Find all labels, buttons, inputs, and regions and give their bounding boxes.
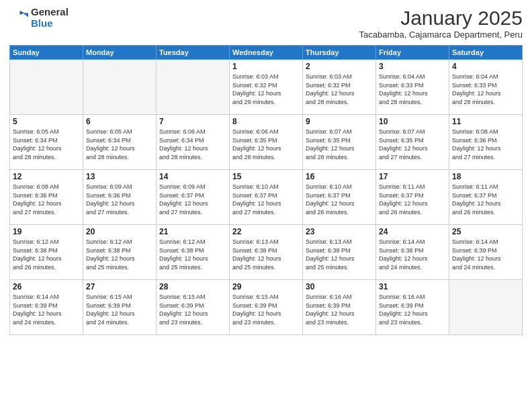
calendar-cell: 27Sunrise: 6:15 AM Sunset: 6:39 PM Dayli… [83,280,157,335]
day-info: Sunrise: 6:09 AM Sunset: 6:36 PM Dayligh… [86,183,153,216]
weekday-header: Tuesday [157,46,230,60]
calendar-cell: 4Sunrise: 6:04 AM Sunset: 6:33 PM Daylig… [449,60,523,115]
month-title: January 2025 [359,7,523,30]
weekday-header: Friday [376,46,449,60]
day-info: Sunrise: 6:13 AM Sunset: 6:38 PM Dayligh… [232,238,300,271]
day-number: 1 [232,62,300,71]
day-number: 31 [379,282,446,291]
day-number: 20 [86,227,153,236]
day-info: Sunrise: 6:09 AM Sunset: 6:37 PM Dayligh… [159,183,226,216]
day-info: Sunrise: 6:12 AM Sunset: 6:38 PM Dayligh… [159,238,226,271]
day-info: Sunrise: 6:04 AM Sunset: 6:33 PM Dayligh… [379,73,446,106]
weekday-header: Sunday [10,46,83,60]
day-info: Sunrise: 6:15 AM Sunset: 6:39 PM Dayligh… [232,293,300,326]
calendar-cell: 10Sunrise: 6:07 AM Sunset: 6:35 PM Dayli… [376,115,449,170]
day-info: Sunrise: 6:12 AM Sunset: 6:38 PM Dayligh… [86,238,153,271]
calendar-week-row: 19Sunrise: 6:12 AM Sunset: 6:38 PM Dayli… [10,225,523,280]
logo-blue: Blue [31,18,69,30]
day-info: Sunrise: 6:10 AM Sunset: 6:37 PM Dayligh… [232,183,300,216]
calendar-cell: 24Sunrise: 6:14 AM Sunset: 6:38 PM Dayli… [376,225,449,280]
weekday-header: Thursday [303,46,376,60]
weekday-header: Saturday [449,46,523,60]
calendar-cell: 21Sunrise: 6:12 AM Sunset: 6:38 PM Dayli… [157,225,230,280]
day-info: Sunrise: 6:10 AM Sunset: 6:37 PM Dayligh… [306,183,373,216]
calendar-cell [10,60,83,115]
weekday-header: Monday [83,46,157,60]
calendar-week-row: 26Sunrise: 6:14 AM Sunset: 6:39 PM Dayli… [10,280,523,335]
day-number: 9 [306,117,373,126]
calendar-cell: 8Sunrise: 6:06 AM Sunset: 6:35 PM Daylig… [230,115,303,170]
day-info: Sunrise: 6:08 AM Sunset: 6:36 PM Dayligh… [452,128,519,161]
day-info: Sunrise: 6:12 AM Sunset: 6:38 PM Dayligh… [13,238,80,271]
calendar-table: SundayMondayTuesdayWednesdayThursdayFrid… [9,45,523,335]
header: General Blue January 2025 Tacabamba, Caj… [9,7,523,40]
day-info: Sunrise: 6:05 AM Sunset: 6:34 PM Dayligh… [86,128,153,161]
calendar-cell: 12Sunrise: 6:08 AM Sunset: 6:36 PM Dayli… [10,170,83,225]
day-number: 14 [159,172,226,181]
logo-text: General Blue [31,7,69,29]
day-number: 19 [13,227,80,236]
day-number: 15 [232,172,300,181]
day-number: 16 [306,172,373,181]
weekday-header: Wednesday [230,46,303,60]
day-info: Sunrise: 6:03 AM Sunset: 6:32 PM Dayligh… [306,73,373,106]
day-number: 8 [232,117,300,126]
day-number: 6 [86,117,153,126]
calendar-cell: 1Sunrise: 6:03 AM Sunset: 6:32 PM Daylig… [230,60,303,115]
day-info: Sunrise: 6:07 AM Sunset: 6:35 PM Dayligh… [306,128,373,161]
calendar-cell: 13Sunrise: 6:09 AM Sunset: 6:36 PM Dayli… [83,170,157,225]
day-info: Sunrise: 6:08 AM Sunset: 6:36 PM Dayligh… [13,183,80,216]
calendar-cell: 6Sunrise: 6:05 AM Sunset: 6:34 PM Daylig… [83,115,157,170]
day-number: 4 [452,62,519,71]
day-info: Sunrise: 6:11 AM Sunset: 6:37 PM Dayligh… [452,183,519,216]
day-number: 27 [86,282,153,291]
day-number: 7 [159,117,226,126]
day-number: 18 [452,172,519,181]
calendar-cell: 26Sunrise: 6:14 AM Sunset: 6:39 PM Dayli… [10,280,83,335]
day-info: Sunrise: 6:03 AM Sunset: 6:32 PM Dayligh… [232,73,300,106]
logo-general: General [31,7,69,18]
calendar-cell: 20Sunrise: 6:12 AM Sunset: 6:38 PM Dayli… [83,225,157,280]
day-number: 23 [306,227,373,236]
day-info: Sunrise: 6:16 AM Sunset: 6:39 PM Dayligh… [379,293,446,326]
calendar-cell: 18Sunrise: 6:11 AM Sunset: 6:37 PM Dayli… [449,170,523,225]
day-number: 5 [13,117,80,126]
day-info: Sunrise: 6:14 AM Sunset: 6:38 PM Dayligh… [379,238,446,271]
page: General Blue January 2025 Tacabamba, Caj… [0,0,532,411]
day-info: Sunrise: 6:15 AM Sunset: 6:39 PM Dayligh… [159,293,226,326]
calendar-cell: 25Sunrise: 6:14 AM Sunset: 6:39 PM Dayli… [449,225,523,280]
day-info: Sunrise: 6:11 AM Sunset: 6:37 PM Dayligh… [379,183,446,216]
calendar-cell: 31Sunrise: 6:16 AM Sunset: 6:39 PM Dayli… [376,280,449,335]
calendar-cell: 19Sunrise: 6:12 AM Sunset: 6:38 PM Dayli… [10,225,83,280]
day-number: 13 [86,172,153,181]
calendar-week-row: 5Sunrise: 6:05 AM Sunset: 6:34 PM Daylig… [10,115,523,170]
day-number: 17 [379,172,446,181]
calendar-cell: 30Sunrise: 6:16 AM Sunset: 6:39 PM Dayli… [303,280,376,335]
day-number: 2 [306,62,373,71]
calendar-cell: 22Sunrise: 6:13 AM Sunset: 6:38 PM Dayli… [230,225,303,280]
svg-rect-0 [9,9,28,28]
day-info: Sunrise: 6:07 AM Sunset: 6:35 PM Dayligh… [379,128,446,161]
logo-icon [9,9,28,28]
day-info: Sunrise: 6:05 AM Sunset: 6:34 PM Dayligh… [13,128,80,161]
day-number: 26 [13,282,80,291]
day-info: Sunrise: 6:14 AM Sunset: 6:39 PM Dayligh… [13,293,80,326]
calendar-cell: 7Sunrise: 6:06 AM Sunset: 6:34 PM Daylig… [157,115,230,170]
day-info: Sunrise: 6:06 AM Sunset: 6:34 PM Dayligh… [159,128,226,161]
calendar-cell: 3Sunrise: 6:04 AM Sunset: 6:33 PM Daylig… [376,60,449,115]
day-number: 22 [232,227,300,236]
calendar-cell: 15Sunrise: 6:10 AM Sunset: 6:37 PM Dayli… [230,170,303,225]
calendar-cell: 11Sunrise: 6:08 AM Sunset: 6:36 PM Dayli… [449,115,523,170]
calendar-header-row: SundayMondayTuesdayWednesdayThursdayFrid… [10,46,523,60]
subtitle: Tacabamba, Cajamarca Department, Peru [359,30,523,40]
day-info: Sunrise: 6:14 AM Sunset: 6:39 PM Dayligh… [452,238,519,271]
calendar-cell [157,60,230,115]
calendar-cell: 29Sunrise: 6:15 AM Sunset: 6:39 PM Dayli… [230,280,303,335]
day-info: Sunrise: 6:13 AM Sunset: 6:38 PM Dayligh… [306,238,373,271]
day-info: Sunrise: 6:16 AM Sunset: 6:39 PM Dayligh… [306,293,373,326]
day-number: 30 [306,282,373,291]
calendar-cell: 5Sunrise: 6:05 AM Sunset: 6:34 PM Daylig… [10,115,83,170]
day-info: Sunrise: 6:15 AM Sunset: 6:39 PM Dayligh… [86,293,153,326]
day-number: 11 [452,117,519,126]
calendar-week-row: 12Sunrise: 6:08 AM Sunset: 6:36 PM Dayli… [10,170,523,225]
